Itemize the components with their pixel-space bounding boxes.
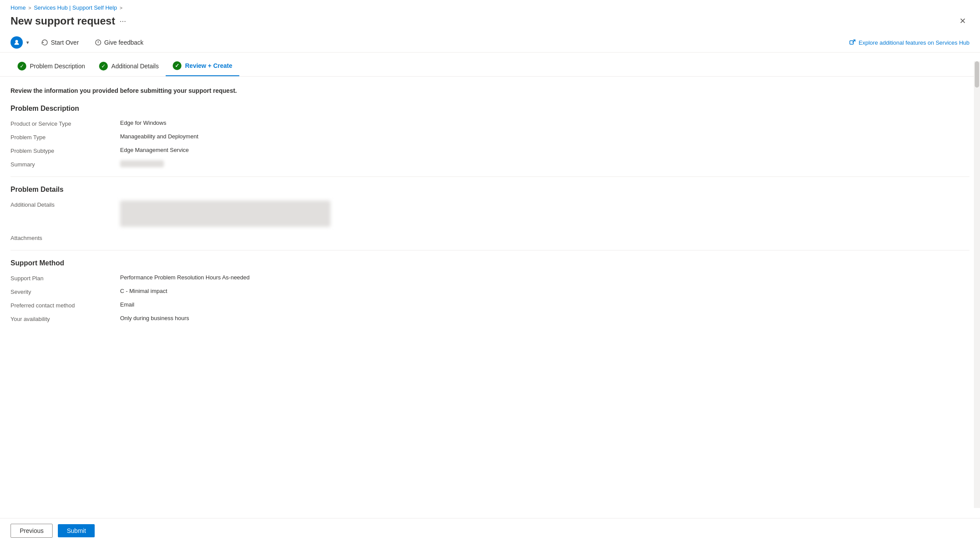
step-check-review: ✓ <box>173 61 181 70</box>
toolbar-left: ▾ Start Over Give feedback <box>11 36 147 49</box>
feedback-icon <box>95 39 102 46</box>
label-problem-subtype: Problem Subtype <box>11 147 120 154</box>
explore-label: Explore additional features on Services … <box>859 39 969 46</box>
refresh-icon <box>41 39 48 46</box>
value-problem-type: Manageability and Deployment <box>120 133 969 140</box>
divider-2 <box>11 250 969 250</box>
toolbar: ▾ Start Over Give feedback Explore addit… <box>0 33 980 53</box>
field-summary: Summary <box>11 160 969 168</box>
breadcrumb-home[interactable]: Home <box>11 4 26 11</box>
user-menu[interactable]: ▾ <box>11 36 29 49</box>
divider-1 <box>11 176 969 177</box>
value-problem-subtype: Edge Management Service <box>120 147 969 153</box>
footer: Previous Submit <box>0 518 980 523</box>
value-summary-blurred <box>120 160 164 167</box>
problem-details-title: Problem Details <box>11 186 969 194</box>
explore-icon <box>849 39 856 46</box>
give-feedback-button[interactable]: Give feedback <box>91 37 147 48</box>
value-severity: C - Minimal impact <box>120 288 969 294</box>
value-availability: Only during business hours <box>120 315 969 321</box>
step-additional-details[interactable]: ✓ Additional Details <box>92 58 166 76</box>
field-attachments: Attachments <box>11 234 969 241</box>
label-additional-details: Additional Details <box>11 201 120 208</box>
label-summary: Summary <box>11 160 120 168</box>
value-product-service: Edge for Windows <box>120 120 969 126</box>
label-attachments: Attachments <box>11 234 120 241</box>
close-button[interactable]: ✕ <box>956 14 969 28</box>
field-severity: Severity C - Minimal impact <box>11 288 969 295</box>
value-preferred-contact: Email <box>120 301 969 308</box>
label-availability: Your availability <box>11 315 120 322</box>
explore-link[interactable]: Explore additional features on Services … <box>849 39 969 46</box>
svg-point-0 <box>15 40 18 42</box>
start-over-button[interactable]: Start Over <box>38 37 82 48</box>
chevron-down-icon: ▾ <box>26 39 29 46</box>
label-severity: Severity <box>11 288 120 295</box>
value-additional-details-blurred <box>120 201 330 227</box>
field-additional-details: Additional Details <box>11 201 969 227</box>
problem-description-title: Problem Description <box>11 105 969 113</box>
step-check-problem: ✓ <box>18 62 26 71</box>
breadcrumb-sep2: > <box>120 5 122 11</box>
start-over-label: Start Over <box>51 39 79 46</box>
page-title-ellipsis[interactable]: ··· <box>120 17 126 26</box>
step-details-label: Additional Details <box>111 63 159 70</box>
user-avatar-icon <box>11 36 23 49</box>
step-problem-description[interactable]: ✓ Problem Description <box>11 58 92 76</box>
field-problem-subtype: Problem Subtype Edge Management Service <box>11 147 969 154</box>
scrollbar-track[interactable] <box>974 61 980 508</box>
field-availability: Your availability Only during business h… <box>11 315 969 322</box>
support-method-title: Support Method <box>11 259 969 267</box>
scrollbar-thumb[interactable] <box>975 61 979 88</box>
label-support-plan: Support Plan <box>11 274 120 282</box>
breadcrumb-services[interactable]: Services Hub | Support Self Help <box>34 4 117 11</box>
field-support-plan: Support Plan Performance Problem Resolut… <box>11 274 969 282</box>
step-review-create[interactable]: ✓ Review + Create <box>166 58 239 76</box>
field-preferred-contact: Preferred contact method Email <box>11 301 969 309</box>
review-intro: Review the information you provided befo… <box>11 87 969 94</box>
page-title-bar: New support request ··· ✕ <box>0 13 980 33</box>
field-product-service: Product or Service Type Edge for Windows <box>11 120 969 127</box>
field-problem-type: Problem Type Manageability and Deploymen… <box>11 133 969 141</box>
value-support-plan: Performance Problem Resolution Hours As-… <box>120 274 969 281</box>
label-problem-type: Problem Type <box>11 133 120 141</box>
breadcrumb-sep1: > <box>28 5 31 11</box>
page-title-text: New support request <box>11 15 115 27</box>
step-check-details: ✓ <box>99 62 108 71</box>
page-title: New support request ··· <box>11 15 126 27</box>
steps-bar: ✓ Problem Description ✓ Additional Detai… <box>0 53 980 77</box>
step-problem-label: Problem Description <box>30 63 85 70</box>
step-review-label: Review + Create <box>185 62 232 69</box>
label-product-service: Product or Service Type <box>11 120 120 127</box>
label-preferred-contact: Preferred contact method <box>11 301 120 309</box>
breadcrumb: Home > Services Hub | Support Self Help … <box>0 0 980 13</box>
main-content: Review the information you provided befo… <box>0 77 980 523</box>
give-feedback-label: Give feedback <box>104 39 144 46</box>
